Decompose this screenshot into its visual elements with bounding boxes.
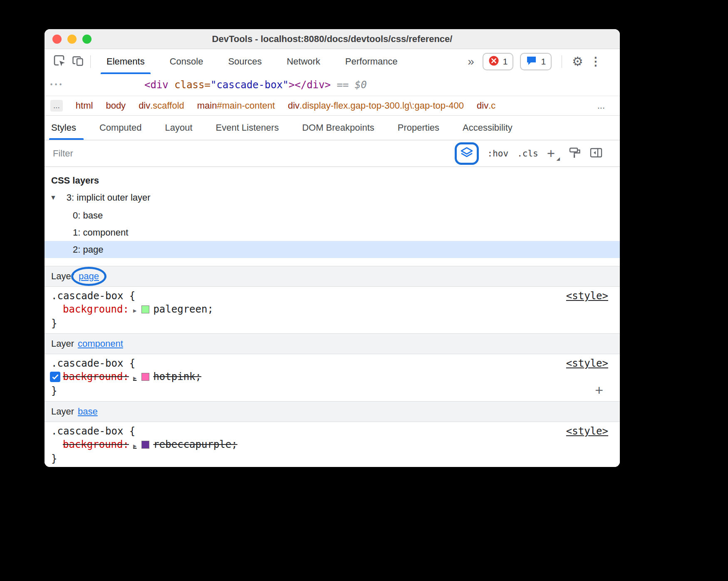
settings-button[interactable]: ⚙ xyxy=(572,55,583,68)
dom-node-cascade-box[interactable]: <div class="cascade-box"></div> == $0 xyxy=(144,79,367,91)
tab-sources[interactable]: Sources xyxy=(215,49,274,74)
color-swatch[interactable] xyxy=(141,305,149,313)
property-checkbox[interactable] xyxy=(50,372,60,382)
add-property-button[interactable]: + xyxy=(595,382,603,398)
tab-label: Console xyxy=(170,56,203,67)
rule-selector[interactable]: .cascade-box { xyxy=(51,290,135,302)
toggle-sidebar-button[interactable] xyxy=(590,147,602,160)
breadcrumb-overflow-right[interactable]: ... xyxy=(597,100,605,111)
tab-event-listeners[interactable]: Event Listeners xyxy=(204,116,291,140)
style-rule-component: .cascade-box { <style> background:▶hotpi… xyxy=(45,354,620,401)
message-badge[interactable]: 1 xyxy=(520,53,552,70)
toolbar-divider xyxy=(90,55,91,68)
color-swatch[interactable] xyxy=(141,441,149,449)
color-swatch[interactable] xyxy=(141,373,149,381)
window-title: DevTools - localhost:8080/docs/devtools/… xyxy=(212,34,453,45)
traffic-lights xyxy=(52,35,92,44)
tab-label: Properties xyxy=(398,122,439,133)
layer-item-base[interactable]: 0: base xyxy=(45,207,620,224)
toolbar-divider xyxy=(562,55,562,68)
property-name[interactable]: background xyxy=(63,371,123,382)
style-source-link[interactable]: <style> xyxy=(566,290,608,302)
tab-network[interactable]: Network xyxy=(274,49,333,74)
inspect-element-button[interactable] xyxy=(50,52,69,71)
css-declaration-background-overridden[interactable]: background:▶hotpink; xyxy=(45,370,620,384)
breadcrumb: ... html body div.scaffold main#main-con… xyxy=(45,96,620,116)
layer-item-component[interactable]: 1: component xyxy=(45,224,620,241)
paint-format-button[interactable] xyxy=(569,146,581,161)
tab-properties[interactable]: Properties xyxy=(386,116,451,140)
toggle-pseudo-state-button[interactable]: :hov xyxy=(488,149,509,159)
breadcrumb-item-display-flex[interactable]: div.display-flex.gap-top-300.lg\:gap-top… xyxy=(288,100,464,111)
rule-selector[interactable]: .cascade-box { xyxy=(51,358,135,369)
property-name[interactable]: background xyxy=(63,439,123,450)
expand-arrow-icon[interactable]: ▶ xyxy=(133,307,136,314)
tab-layout[interactable]: Layout xyxy=(153,116,204,140)
paint-roller-icon xyxy=(569,153,581,160)
tab-label: Performance xyxy=(345,56,398,67)
tab-label: Elements xyxy=(106,56,145,67)
dom-overflow-dots[interactable]: ••• xyxy=(50,81,63,89)
layer-item-page[interactable]: 2: page xyxy=(45,241,620,258)
property-colon: : xyxy=(123,371,129,382)
layer-label: Layer xyxy=(51,338,74,349)
css-declaration-background[interactable]: background:▶palegreen; xyxy=(45,303,620,316)
tab-styles[interactable]: Styles xyxy=(51,116,88,140)
style-source-link[interactable]: <style> xyxy=(566,358,608,369)
breadcrumb-item-body[interactable]: body xyxy=(106,100,126,111)
minimize-window-button[interactable] xyxy=(67,35,77,44)
breadcrumb-item-truncated[interactable]: div.c xyxy=(477,100,495,111)
expand-arrow-icon[interactable]: ▶ xyxy=(133,442,136,449)
crumb-base: div xyxy=(139,100,150,111)
error-badge[interactable]: 1 xyxy=(483,53,514,70)
elements-tree: ••• <div class="cascade-box"></div> == $… xyxy=(45,74,620,96)
property-value[interactable]: rebeccapurple; xyxy=(153,439,237,450)
tab-performance[interactable]: Performance xyxy=(333,49,410,74)
selected-node-var: $0 xyxy=(355,79,367,91)
device-toolbar-icon xyxy=(72,55,84,69)
attr-name: class xyxy=(168,79,205,91)
more-tabs-button[interactable]: » xyxy=(468,55,474,68)
element-classes-button[interactable]: .cls xyxy=(517,149,538,159)
breadcrumb-item-scaffold[interactable]: div.scaffold xyxy=(139,100,184,111)
new-style-rule-button[interactable]: +◢ xyxy=(547,146,560,160)
property-value[interactable]: palegreen; xyxy=(153,303,213,315)
property-name[interactable]: background xyxy=(63,303,123,315)
tab-accessibility[interactable]: Accessibility xyxy=(451,116,524,140)
main-menu-button[interactable]: ⋮ xyxy=(590,56,602,67)
expand-arrow-icon[interactable]: ▶ xyxy=(133,375,136,381)
tab-elements[interactable]: Elements xyxy=(94,49,157,74)
inspect-icon xyxy=(53,55,66,69)
toolbar-right-cluster: » 1 1 ⚙ ⋮ xyxy=(468,53,620,70)
layer-section-header-component: Layer component xyxy=(45,333,620,354)
css-layers-pane: CSS layers ▼ 3: implicit outer layer 0: … xyxy=(45,167,620,266)
layer-section-header-page: Layer page xyxy=(45,266,620,287)
tab-dom-breakpoints[interactable]: DOM Breakpoints xyxy=(290,116,386,140)
css-declaration-background-overridden[interactable]: background:▶rebeccapurple; xyxy=(45,438,620,452)
breadcrumb-item-html[interactable]: html xyxy=(76,100,93,111)
tab-label: Layout xyxy=(165,122,192,133)
breadcrumb-overflow-left[interactable]: ... xyxy=(50,100,63,112)
layer-tree-root[interactable]: ▼ 3: implicit outer layer xyxy=(45,189,620,207)
crumb-base: html xyxy=(76,100,93,111)
zoom-window-button[interactable] xyxy=(82,35,92,44)
breadcrumb-item-main-content[interactable]: main#main-content xyxy=(197,100,275,111)
tab-computed[interactable]: Computed xyxy=(88,116,154,140)
toggle-css-layers-button[interactable] xyxy=(455,142,479,165)
disclosure-triangle-icon[interactable]: ▼ xyxy=(50,194,57,201)
style-rule-base: .cascade-box { <style> background:▶rebec… xyxy=(45,422,620,467)
device-toolbar-button[interactable] xyxy=(69,52,87,71)
close-window-button[interactable] xyxy=(52,35,62,44)
property-value[interactable]: hotpink; xyxy=(153,371,201,382)
caret-corner-icon: ◢ xyxy=(557,156,560,161)
filter-input[interactable] xyxy=(52,148,455,159)
layer-link-base[interactable]: base xyxy=(78,406,98,417)
rule-selector[interactable]: .cascade-box { xyxy=(51,425,135,437)
message-bubble-icon xyxy=(526,55,537,68)
tab-console[interactable]: Console xyxy=(157,49,216,74)
style-rule-page: .cascade-box { <style> background:▶paleg… xyxy=(45,287,620,333)
crumb-base: div xyxy=(477,100,488,111)
style-source-link[interactable]: <style> xyxy=(566,425,608,437)
layer-link-component[interactable]: component xyxy=(78,338,123,349)
layer-link-page[interactable]: page xyxy=(79,271,99,282)
